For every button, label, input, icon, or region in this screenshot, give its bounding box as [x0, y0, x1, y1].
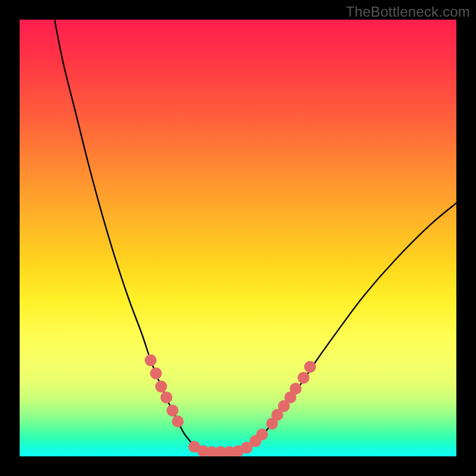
marker-dot [167, 405, 178, 416]
curve-path [55, 20, 456, 452]
marker-dot [304, 361, 316, 373]
plot-area [20, 20, 456, 456]
marker-dot [150, 368, 162, 380]
chart-overlay [20, 20, 456, 456]
watermark-text: TheBottleneck.com [346, 4, 470, 20]
bottleneck-curve [55, 20, 456, 452]
marker-dot [290, 383, 302, 394]
curve-markers [145, 355, 316, 456]
marker-dot [172, 415, 184, 427]
marker-dot [298, 372, 309, 384]
marker-dot [155, 381, 167, 393]
marker-dot [161, 392, 173, 403]
marker-dot [145, 355, 156, 367]
chart-frame: TheBottleneck.com [0, 0, 476, 476]
marker-dot [256, 428, 268, 440]
